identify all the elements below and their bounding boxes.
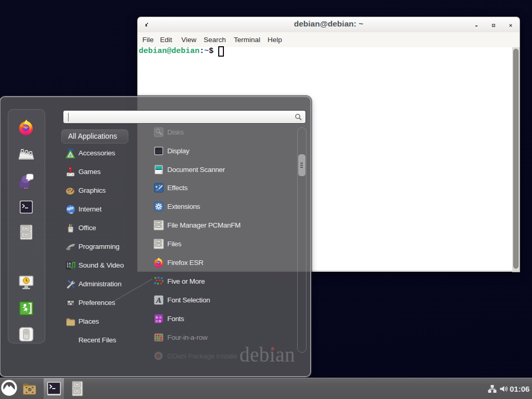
svg-text:a: a <box>158 318 161 323</box>
svg-text:a: a <box>155 318 158 323</box>
svg-text:A: A <box>155 296 161 304</box>
